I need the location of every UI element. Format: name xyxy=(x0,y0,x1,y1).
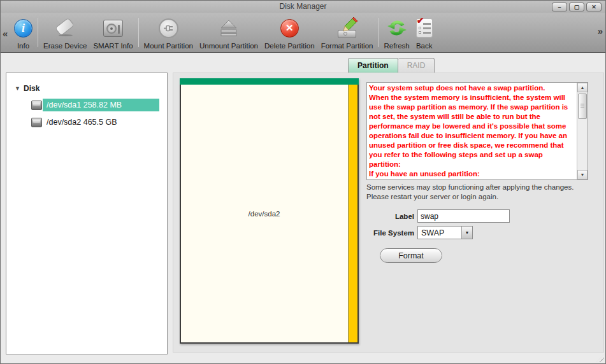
partition-used-bar xyxy=(180,78,359,85)
tree-item-label: /dev/sda1 258.82 MB xyxy=(43,99,159,111)
maximize-button[interactable]: ▢ xyxy=(569,3,584,11)
toolbar-separator xyxy=(378,18,379,47)
window-title: Disk Manager xyxy=(1,1,605,13)
chevron-down-icon[interactable]: ▼ xyxy=(461,227,472,239)
tree-item-sda2[interactable]: /dev/sda2 465.5 GB xyxy=(6,115,167,129)
filesystem-selected-value: SWAP xyxy=(421,228,444,237)
unmount-partition-button[interactable]: Unmount Partition xyxy=(196,14,261,52)
minimize-button[interactable]: – xyxy=(552,3,567,11)
label-input[interactable] xyxy=(417,209,510,223)
toolbar-separator xyxy=(138,18,139,47)
info-icon: i xyxy=(14,19,32,38)
red-check-icon: ✔ xyxy=(417,15,424,25)
collapse-arrow-icon[interactable]: ▼ xyxy=(15,85,24,92)
info-label: Info xyxy=(17,42,29,50)
tree-root-label: Disk xyxy=(24,84,40,93)
disk-tree-panel: ▼ Disk /dev/sda1 258.82 MB /dev/sda2 465… xyxy=(6,73,168,354)
warning-scrollbar[interactable]: ▲ ▼ xyxy=(577,83,588,179)
swap-warning-text: Your system setup does not have a swap p… xyxy=(367,83,577,179)
mount-partition-label: Mount Partition xyxy=(144,42,193,50)
minimize-icon: – xyxy=(558,4,561,10)
scrollbar-thumb[interactable] xyxy=(578,94,587,119)
erase-device-label: Erase Device xyxy=(43,42,87,50)
format-button[interactable]: Format xyxy=(380,248,442,263)
toolbar-separator xyxy=(38,18,38,47)
partition-map[interactable]: /dev/sda2 xyxy=(180,78,359,344)
delete-partition-label: Delete Partition xyxy=(264,42,315,50)
delete-partition-button[interactable]: ✕ Delete Partition xyxy=(261,14,318,52)
plug-icon xyxy=(159,18,178,38)
unmount-partition-label: Unmount Partition xyxy=(199,42,258,50)
toolbar-overflow-right-icon[interactable]: » xyxy=(598,25,603,36)
tree-item-sda1[interactable]: /dev/sda1 258.82 MB xyxy=(6,98,167,112)
tree-root-disk[interactable]: ▼ Disk xyxy=(6,83,167,94)
format-partition-button[interactable]: Format Partition xyxy=(318,14,377,52)
tab-raid[interactable]: RAID xyxy=(398,58,435,73)
toolbar: « i Info Erase Device SMART Info xyxy=(1,13,605,53)
label-field-caption: Label xyxy=(366,213,414,220)
disk-manager-window: Disk Manager – ▢ ✕ « i Info Erase Device… xyxy=(0,0,606,364)
back-button[interactable]: ✔ Back xyxy=(413,14,436,52)
format-button-label: Format xyxy=(398,251,424,260)
toolbar-overflow-left-icon[interactable]: « xyxy=(3,28,8,39)
delete-x-icon: ✕ xyxy=(280,19,299,38)
maximize-icon: ▢ xyxy=(574,4,580,10)
partition-body: /dev/sda2 xyxy=(180,85,359,344)
eject-icon xyxy=(219,18,238,38)
close-button[interactable]: ✕ xyxy=(586,3,602,11)
partition-yellow-strip xyxy=(348,85,357,342)
erase-device-button[interactable]: Erase Device xyxy=(40,14,90,52)
tree-item-label: /dev/sda2 465.5 GB xyxy=(43,116,121,129)
swap-warning-box: Your system setup does not have a swap p… xyxy=(366,82,588,180)
disk-icon xyxy=(31,101,42,110)
services-notice-line2: Please restart your server or login agai… xyxy=(366,192,596,202)
eraser-icon xyxy=(54,17,76,39)
close-icon: ✕ xyxy=(591,4,596,10)
pencil-disk-icon xyxy=(336,17,359,39)
smart-info-button[interactable]: SMART Info xyxy=(90,14,136,52)
window-controls: – ▢ ✕ xyxy=(552,3,602,11)
scroll-down-icon[interactable]: ▼ xyxy=(577,170,588,179)
partition-detail-panel: /dev/sda2 Your system setup does not hav… xyxy=(173,73,604,353)
tab-bar: Partition RAID xyxy=(348,58,435,73)
scroll-up-icon[interactable]: ▲ xyxy=(577,83,588,92)
resize-grip[interactable] xyxy=(596,354,604,362)
back-label: Back xyxy=(416,42,433,50)
refresh-icon xyxy=(387,18,407,38)
mount-partition-button[interactable]: Mount Partition xyxy=(141,14,196,52)
format-partition-label: Format Partition xyxy=(321,42,373,50)
partition-name: /dev/sda2 xyxy=(181,210,347,218)
refresh-button[interactable]: Refresh xyxy=(380,14,412,52)
disk-icon xyxy=(31,118,42,127)
tab-partition[interactable]: Partition xyxy=(348,58,398,73)
smart-info-label: SMART Info xyxy=(93,42,133,50)
checklist-icon: ✔ xyxy=(416,18,433,38)
services-notice-line1: Some services may stop functioning after… xyxy=(366,183,596,192)
info-button[interactable]: i Info xyxy=(11,14,36,52)
harddisk-icon xyxy=(103,20,123,37)
refresh-label: Refresh xyxy=(384,42,409,50)
titlebar: Disk Manager – ▢ ✕ xyxy=(1,1,605,13)
filesystem-field-caption: File System xyxy=(366,229,414,237)
filesystem-select[interactable]: SWAP ▼ xyxy=(417,226,473,239)
